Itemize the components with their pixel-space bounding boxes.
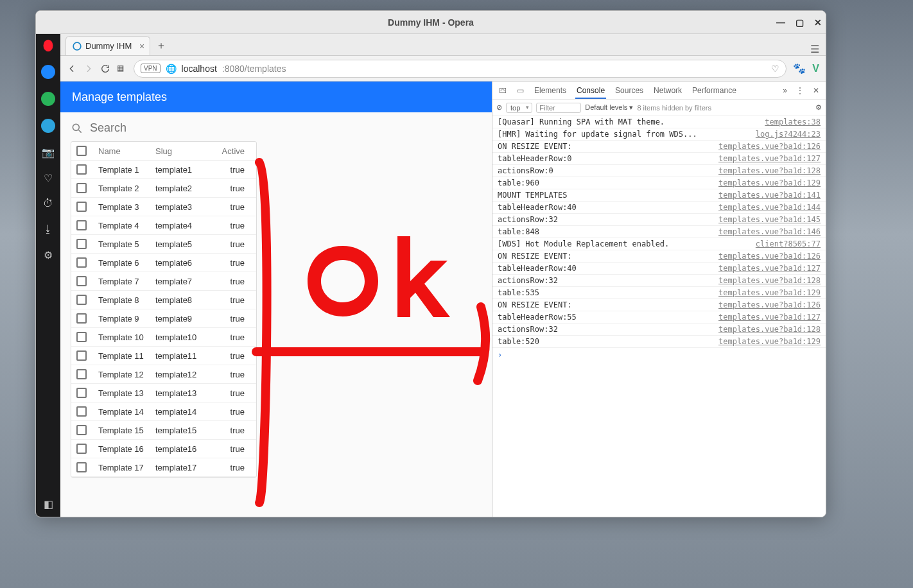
row-checkbox[interactable]	[76, 313, 87, 324]
devtools-menu-icon[interactable]: ⋮	[795, 82, 805, 99]
row-checkbox[interactable]	[76, 257, 87, 268]
console-log-line: actionsRow:0templates.vue?ba1d:128	[492, 165, 826, 177]
row-name: Template 15	[98, 426, 155, 435]
log-source-link[interactable]: templates.vue?ba1d:126	[718, 142, 821, 151]
select-all-checkbox[interactable]	[76, 146, 87, 156]
log-source-link[interactable]: templates.vue?ba1d:126	[718, 300, 821, 309]
log-source-link[interactable]: templates.vue?ba1d:141	[718, 191, 821, 200]
row-checkbox[interactable]	[76, 425, 87, 435]
reload-button[interactable]	[100, 64, 110, 74]
tab-dummy-ihm[interactable]: Dummy IHM ×	[65, 36, 150, 55]
table-row[interactable]: Template 2template2true	[71, 179, 256, 198]
tab-menu-button[interactable]: ☰	[810, 43, 819, 55]
row-checkbox[interactable]	[76, 369, 87, 379]
log-source-link[interactable]: templates.vue?ba1d:146	[718, 227, 821, 236]
inspect-icon[interactable]: ⮹	[498, 82, 508, 99]
table-row[interactable]: Template 10template10true	[71, 328, 256, 347]
tab-sources[interactable]: Sources	[614, 82, 645, 99]
speed-dial-icon[interactable]: ▦	[117, 64, 127, 74]
clear-console-icon[interactable]: ⊘	[496, 103, 502, 112]
heart-icon[interactable]: ♡	[42, 171, 55, 184]
close-button[interactable]: ✕	[814, 17, 822, 28]
log-source-link[interactable]: templates.vue?ba1d:127	[718, 264, 821, 273]
row-checkbox[interactable]	[76, 164, 87, 175]
log-source-link[interactable]: log.js?4244:23	[756, 130, 821, 139]
log-source-link[interactable]: templates:38	[765, 117, 821, 126]
console-output[interactable]: [Quasar] Running SPA with MAT theme.temp…	[492, 116, 826, 517]
devtools-close-icon[interactable]: ✕	[812, 82, 821, 99]
table-row[interactable]: Template 4template4true	[71, 216, 256, 235]
tab-elements[interactable]: Elements	[533, 82, 568, 99]
console-levels-select[interactable]: Default levels ▾	[585, 103, 633, 112]
row-checkbox[interactable]	[76, 202, 87, 212]
tab-performance[interactable]: Performance	[691, 82, 738, 99]
search-input[interactable]	[90, 121, 218, 135]
row-checkbox[interactable]	[76, 462, 87, 472]
devtools-more-icon[interactable]: »	[781, 82, 788, 99]
table-row[interactable]: Template 15template15true	[71, 421, 256, 440]
history-icon[interactable]: ⏱	[42, 197, 55, 210]
tab-network[interactable]: Network	[652, 82, 683, 99]
minimize-button[interactable]: —	[776, 17, 785, 28]
whatsapp-icon[interactable]	[41, 92, 55, 106]
log-source-link[interactable]: templates.vue?ba1d:128	[718, 276, 821, 285]
row-checkbox[interactable]	[76, 350, 87, 361]
console-filter-input[interactable]	[536, 103, 581, 113]
settings-icon[interactable]: ⚙	[42, 248, 55, 261]
downloads-icon[interactable]: ⭳	[42, 223, 55, 236]
log-source-link[interactable]: templates.vue?ba1d:126	[718, 252, 821, 261]
log-source-link[interactable]: templates.vue?ba1d:129	[718, 288, 821, 297]
table-row[interactable]: Template 17template17true	[71, 458, 256, 477]
row-checkbox[interactable]	[76, 239, 87, 249]
log-source-link[interactable]: templates.vue?ba1d:129	[718, 337, 821, 346]
telegram-icon[interactable]	[41, 119, 55, 133]
log-source-link[interactable]: templates.vue?ba1d:127	[718, 313, 821, 322]
table-row[interactable]: Template 6template6true	[71, 254, 256, 272]
sidebar-collapse-icon[interactable]: ◧	[42, 497, 55, 510]
table-row[interactable]: Template 16template16true	[71, 440, 256, 458]
log-source-link[interactable]: templates.vue?ba1d:128	[718, 166, 821, 175]
messenger-icon[interactable]	[41, 65, 55, 79]
table-row[interactable]: Template 13template13true	[71, 384, 256, 402]
table-row[interactable]: Template 1template1true	[71, 160, 256, 179]
bookmark-icon[interactable]: ♡	[771, 64, 779, 74]
device-toggle-icon[interactable]: ▭	[516, 82, 525, 99]
table-row[interactable]: Template 11template11true	[71, 347, 256, 365]
tab-close-icon[interactable]: ×	[139, 41, 144, 51]
extension-icon[interactable]: 🐾	[793, 62, 806, 74]
vpn-badge[interactable]: VPN	[141, 64, 161, 73]
row-checkbox[interactable]	[76, 276, 87, 286]
table-row[interactable]: Template 3template3true	[71, 198, 256, 216]
log-source-link[interactable]: templates.vue?ba1d:127	[718, 154, 821, 163]
row-checkbox[interactable]	[76, 183, 87, 193]
table-row[interactable]: Template 9template9true	[71, 309, 256, 328]
row-checkbox[interactable]	[76, 295, 87, 305]
table-row[interactable]: Template 8template8true	[71, 291, 256, 309]
snapshot-icon[interactable]: 📷	[42, 146, 55, 159]
console-settings-icon[interactable]: ⚙	[815, 103, 822, 112]
row-checkbox[interactable]	[76, 444, 87, 454]
row-checkbox[interactable]	[76, 220, 87, 230]
row-checkbox[interactable]	[76, 332, 87, 342]
url-field[interactable]: VPN 🌐 localhost:8080/templates ♡	[134, 60, 787, 78]
console-prompt[interactable]: ›	[492, 348, 826, 362]
table-row[interactable]: Template 5template5true	[71, 235, 256, 254]
table-row[interactable]: Template 14template14true	[71, 402, 256, 421]
opera-logo-icon[interactable]	[42, 39, 55, 52]
log-source-link[interactable]: templates.vue?ba1d:129	[718, 178, 821, 187]
table-row[interactable]: Template 7template7true	[71, 272, 256, 291]
row-checkbox[interactable]	[76, 406, 87, 417]
table-row[interactable]: Template 12template12true	[71, 365, 256, 384]
new-tab-button[interactable]: ＋	[153, 37, 170, 54]
forward-button[interactable]	[83, 64, 94, 74]
log-source-link[interactable]: client?8505:77	[756, 239, 821, 248]
log-source-link[interactable]: templates.vue?ba1d:128	[718, 325, 821, 334]
maximize-button[interactable]: ▢	[796, 17, 804, 28]
row-checkbox[interactable]	[76, 388, 87, 398]
tab-console[interactable]: Console	[575, 82, 606, 99]
log-source-link[interactable]: templates.vue?ba1d:145	[718, 215, 821, 224]
console-scope-select[interactable]: top	[506, 103, 532, 113]
vue-devtools-icon[interactable]: V	[812, 63, 819, 74]
log-source-link[interactable]: templates.vue?ba1d:144	[718, 203, 821, 212]
back-button[interactable]	[67, 64, 77, 74]
